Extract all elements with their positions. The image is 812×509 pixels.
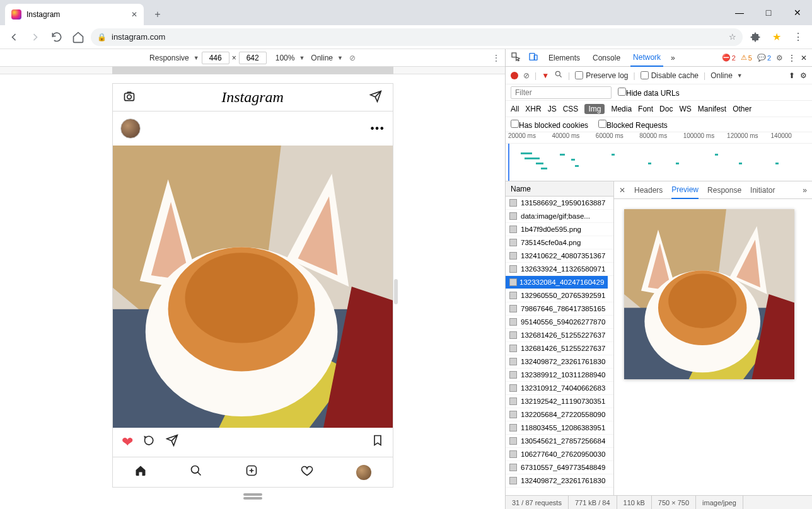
disable-cache-checkbox[interactable]: Disable cache — [641, 71, 699, 80]
request-row[interactable]: 132410622_40807351367 — [506, 249, 613, 263]
request-row[interactable]: 132409872_23261761830 — [506, 474, 613, 488]
tab-console[interactable]: Console — [590, 49, 623, 67]
nav-profile-icon[interactable] — [356, 465, 371, 480]
request-row[interactable]: 118803455_12086383951 — [506, 421, 613, 435]
request-row[interactable]: 79867646_786417385165 — [506, 302, 613, 316]
blocked-requests-checkbox[interactable]: Blocked Requests — [598, 120, 668, 130]
filter-type-js[interactable]: JS — [548, 105, 557, 113]
hide-data-urls-checkbox[interactable]: Hide data URLs — [618, 88, 680, 98]
browser-tab[interactable]: Instagram ✕ — [5, 4, 144, 25]
post-more-icon[interactable]: ••• — [371, 123, 385, 134]
request-row[interactable]: 132960550_20765392591 — [506, 289, 613, 302]
detail-more-tabs-icon[interactable]: » — [803, 186, 807, 195]
request-row[interactable]: 1b47f9d0e595.png — [506, 223, 613, 236]
request-row[interactable]: 130545621_27857256684 — [506, 435, 613, 448]
tab-close-icon[interactable]: ✕ — [131, 10, 137, 19]
detail-tab-headers[interactable]: Headers — [634, 181, 663, 199]
info-count[interactable]: 💬2 — [757, 54, 771, 62]
chrome-menu-icon[interactable]: ⋮ — [789, 28, 807, 46]
filter-type-font[interactable]: Font — [638, 105, 653, 113]
request-row[interactable]: 132409872_23261761830 — [506, 355, 613, 369]
filter-type-other[interactable]: Other — [733, 105, 751, 113]
filter-type-doc[interactable]: Doc — [659, 105, 673, 113]
waterfall-overview[interactable] — [506, 144, 812, 181]
more-tabs-icon[interactable]: » — [671, 54, 675, 62]
request-row[interactable]: 132389912_10311288940 — [506, 369, 613, 382]
search-icon[interactable] — [554, 70, 563, 81]
throttle-select[interactable]: Online — [311, 54, 343, 62]
filter-type-css[interactable]: CSS — [563, 105, 579, 113]
new-tab-button[interactable]: + — [149, 6, 166, 23]
device-mode-select[interactable]: Responsive — [149, 54, 199, 62]
comment-button[interactable] — [143, 434, 156, 450]
inspect-icon[interactable] — [511, 52, 521, 64]
bottom-drag-handle[interactable] — [243, 493, 262, 496]
import-har-icon[interactable]: ⬆ — [789, 71, 795, 80]
viewport-height-input[interactable] — [239, 52, 267, 64]
address-bar[interactable]: 🔒 instagram.com ☆ — [91, 28, 743, 46]
request-row[interactable]: 132633924_11326580971 — [506, 263, 613, 276]
request-row[interactable]: 95140556_594026277870 — [506, 316, 613, 329]
camera-icon[interactable] — [123, 90, 136, 105]
device-toggle-icon[interactable] — [528, 52, 538, 64]
request-row[interactable]: 132192542_11190730351 — [506, 395, 613, 408]
record-button[interactable] — [511, 72, 518, 79]
like-button[interactable]: ❤ — [122, 434, 133, 450]
bookmark-button[interactable] — [371, 434, 384, 450]
post-image[interactable] — [113, 146, 393, 428]
detail-tab-initiator[interactable]: Initiator — [750, 181, 775, 199]
rotate-icon[interactable]: ⊘ — [349, 54, 356, 62]
home-button[interactable] — [69, 28, 87, 46]
filter-type-ws[interactable]: WS — [679, 105, 691, 113]
extension-badge-icon[interactable]: ★ — [768, 28, 786, 46]
extensions-icon[interactable] — [746, 28, 764, 46]
clear-button[interactable]: ⊘ — [523, 71, 530, 80]
request-row[interactable]: 67310557_649773548849 — [506, 461, 613, 474]
back-button[interactable] — [5, 28, 23, 46]
error-count[interactable]: ⛔2 — [722, 54, 736, 62]
device-toolbar-menu-icon[interactable]: ⋮ — [492, 54, 500, 62]
post-avatar[interactable] — [120, 118, 141, 139]
nav-activity-icon[interactable] — [301, 464, 313, 481]
name-column-header[interactable]: Name — [506, 181, 613, 197]
filter-input[interactable] — [511, 86, 612, 99]
nav-home-icon[interactable] — [134, 464, 147, 481]
forward-button[interactable] — [26, 28, 44, 46]
filter-type-media[interactable]: Media — [611, 105, 632, 113]
request-row[interactable]: 132681426_51255227637 — [506, 329, 613, 342]
request-row[interactable]: 132332084_40247160429 — [506, 276, 608, 289]
warning-count[interactable]: ⚠5 — [741, 54, 752, 62]
zoom-select[interactable]: 100% — [276, 54, 305, 62]
maximize-button[interactable]: □ — [754, 0, 783, 25]
network-throttle-select[interactable]: Online — [710, 71, 743, 80]
tab-elements[interactable]: Elements — [546, 49, 583, 67]
viewport-width-input[interactable] — [202, 52, 229, 64]
settings-icon[interactable]: ⚙ — [776, 54, 783, 62]
nav-search-icon[interactable] — [190, 464, 202, 481]
devtools-close-icon[interactable]: ✕ — [801, 54, 807, 62]
request-row[interactable]: 106277640_27620950030 — [506, 448, 613, 461]
minimize-button[interactable]: — — [725, 0, 754, 25]
filter-toggle-icon[interactable]: ▼ — [542, 71, 549, 80]
share-button[interactable] — [166, 434, 178, 450]
devtools-menu-icon[interactable]: ⋮ — [788, 54, 796, 62]
filter-type-all[interactable]: All — [511, 105, 519, 113]
detail-tab-preview[interactable]: Preview — [671, 181, 699, 199]
close-preview-button[interactable]: ✕ — [619, 186, 625, 195]
filter-type-manifest[interactable]: Manifest — [698, 105, 726, 113]
resize-handle[interactable] — [394, 279, 398, 304]
request-row[interactable]: 132205684_27220558090 — [506, 408, 613, 421]
request-row[interactable]: 132681426_51255227637 — [506, 342, 613, 355]
request-row[interactable]: 735145cfe0a4.png — [506, 236, 613, 249]
filter-type-xhr[interactable]: XHR — [525, 105, 541, 113]
star-icon[interactable]: ☆ — [729, 32, 736, 42]
close-window-button[interactable]: ✕ — [783, 0, 812, 25]
reload-button[interactable] — [48, 28, 66, 46]
nav-add-icon[interactable] — [245, 464, 258, 481]
request-row[interactable]: data:image/gif;base... — [506, 210, 613, 223]
detail-tab-response[interactable]: Response — [707, 181, 741, 199]
request-row[interactable]: 132310912_74040662683 — [506, 382, 613, 395]
blocked-cookies-checkbox[interactable]: Has blocked cookies — [511, 120, 588, 130]
instagram-logo[interactable]: Instagram — [221, 89, 284, 106]
preserve-log-checkbox[interactable]: Preserve log — [575, 71, 628, 80]
